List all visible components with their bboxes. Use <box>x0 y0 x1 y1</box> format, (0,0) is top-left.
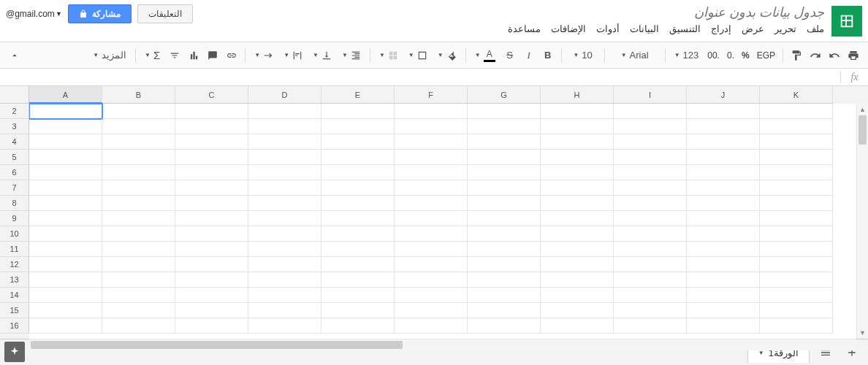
cell[interactable] <box>29 226 102 242</box>
row-header[interactable]: 7 <box>0 180 29 196</box>
menu-file[interactable]: ملف <box>807 23 824 34</box>
menu-format[interactable]: التنسيق <box>669 23 701 34</box>
cell[interactable] <box>102 150 175 165</box>
cell[interactable] <box>395 104 468 119</box>
column-header[interactable]: I <box>614 86 687 104</box>
cell[interactable] <box>614 257 687 272</box>
cell[interactable] <box>614 134 687 150</box>
cell[interactable] <box>102 134 175 150</box>
more-button[interactable]: المزيد▼ <box>88 46 131 65</box>
cell[interactable] <box>248 272 321 288</box>
cell[interactable] <box>614 165 687 180</box>
cell[interactable] <box>248 150 321 165</box>
cell[interactable] <box>541 165 614 180</box>
column-header[interactable]: C <box>175 86 248 104</box>
cell[interactable] <box>321 272 395 288</box>
font-size-selector[interactable]: 10▼ <box>566 46 600 65</box>
cell[interactable] <box>395 180 468 196</box>
sheets-logo[interactable] <box>831 6 862 36</box>
cell[interactable] <box>395 165 468 180</box>
cell[interactable] <box>321 257 395 272</box>
cell[interactable] <box>760 288 833 303</box>
cell[interactable] <box>175 196 248 211</box>
fill-color-button[interactable]: ▼ <box>433 46 461 65</box>
cell[interactable] <box>29 272 102 288</box>
horizontal-scrollbar[interactable] <box>29 339 856 350</box>
menu-view[interactable]: عرض <box>742 23 764 34</box>
cell[interactable] <box>541 272 614 288</box>
cell[interactable] <box>102 257 175 272</box>
cell[interactable] <box>395 150 468 165</box>
cell[interactable] <box>395 318 468 334</box>
cell[interactable] <box>687 272 760 288</box>
cell[interactable] <box>395 242 468 257</box>
cell[interactable] <box>175 134 248 150</box>
cell[interactable] <box>541 318 614 334</box>
cell[interactable] <box>29 119 102 134</box>
cell[interactable] <box>468 150 541 165</box>
formula-input[interactable] <box>0 69 840 85</box>
cell[interactable] <box>687 303 760 318</box>
print-button[interactable] <box>845 46 862 65</box>
cell[interactable] <box>614 119 687 134</box>
menu-data[interactable]: البيانات <box>630 23 659 34</box>
row-header[interactable]: 14 <box>0 288 29 303</box>
cell[interactable] <box>468 134 541 150</box>
cell[interactable] <box>687 134 760 150</box>
row-header[interactable]: 12 <box>0 257 29 272</box>
cell[interactable] <box>321 318 395 334</box>
italic-button[interactable]: I <box>520 46 538 65</box>
cell[interactable] <box>687 119 760 134</box>
merge-cells-button[interactable]: ▼ <box>375 46 403 65</box>
cell[interactable] <box>541 180 614 196</box>
cell[interactable] <box>102 104 175 119</box>
cell[interactable] <box>541 134 614 150</box>
cell[interactable] <box>102 211 175 226</box>
grid-cells[interactable] <box>29 104 868 334</box>
cell[interactable] <box>687 242 760 257</box>
cell[interactable] <box>248 242 321 257</box>
cell[interactable] <box>395 303 468 318</box>
cell[interactable] <box>248 196 321 211</box>
comments-button[interactable]: التعليقات <box>137 4 193 23</box>
currency-format-button[interactable]: EGP <box>754 50 778 61</box>
column-header[interactable]: E <box>321 86 395 104</box>
cell[interactable] <box>321 150 395 165</box>
cell[interactable] <box>395 288 468 303</box>
cell[interactable] <box>395 226 468 242</box>
cell[interactable] <box>248 104 321 119</box>
collapse-toolbar-button[interactable] <box>6 46 23 65</box>
paint-format-button[interactable] <box>788 46 805 65</box>
cell[interactable] <box>687 257 760 272</box>
cell[interactable] <box>760 318 833 334</box>
cell[interactable] <box>29 165 102 180</box>
cell[interactable] <box>468 288 541 303</box>
row-header[interactable]: 6 <box>0 165 29 180</box>
cell[interactable] <box>614 196 687 211</box>
cell[interactable] <box>102 288 175 303</box>
percent-format-button[interactable]: % <box>739 50 753 61</box>
cell[interactable] <box>395 134 468 150</box>
cell[interactable] <box>248 211 321 226</box>
cell[interactable] <box>614 104 687 119</box>
cell[interactable] <box>175 318 248 334</box>
cell[interactable] <box>102 318 175 334</box>
cell[interactable] <box>760 150 833 165</box>
explore-button[interactable] <box>4 342 25 362</box>
cell[interactable] <box>175 272 248 288</box>
menu-tools[interactable]: أدوات <box>596 23 620 34</box>
undo-button[interactable] <box>826 46 843 65</box>
cell[interactable] <box>321 134 395 150</box>
font-family-selector[interactable]: Arial▼ <box>609 46 660 65</box>
cell[interactable] <box>468 318 541 334</box>
row-header[interactable]: 13 <box>0 272 29 288</box>
cell[interactable] <box>29 303 102 318</box>
cell[interactable] <box>541 150 614 165</box>
cell[interactable] <box>29 104 102 119</box>
bold-button[interactable]: B <box>539 46 557 65</box>
column-header[interactable]: G <box>468 86 541 104</box>
document-title[interactable]: جدول بيانات بدون عنوان <box>508 4 824 20</box>
cell[interactable] <box>321 180 395 196</box>
cell[interactable] <box>468 119 541 134</box>
cell[interactable] <box>541 104 614 119</box>
